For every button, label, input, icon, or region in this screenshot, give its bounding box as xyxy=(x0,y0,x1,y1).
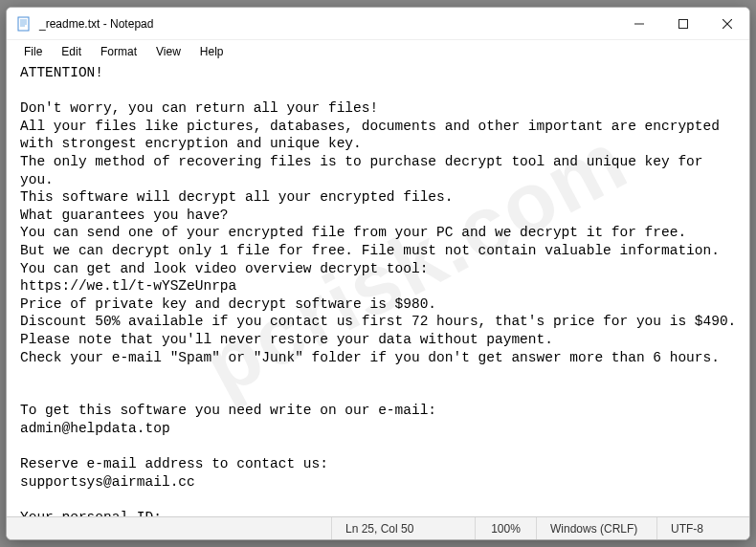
menu-view[interactable]: View xyxy=(146,43,190,60)
menu-file[interactable]: File xyxy=(14,43,52,60)
close-button[interactable] xyxy=(705,8,749,39)
maximize-icon xyxy=(678,19,688,29)
minimize-icon xyxy=(634,19,644,29)
menu-format[interactable]: Format xyxy=(91,43,146,60)
editor-area[interactable]: ATTENTION! Don't worry, you can return a… xyxy=(7,63,749,516)
minimize-button[interactable] xyxy=(617,8,661,39)
document-text: ATTENTION! Don't worry, you can return a… xyxy=(20,65,736,516)
title-bar[interactable]: _readme.txt - Notepad xyxy=(7,8,749,40)
notepad-window: _readme.txt - Notepad File Edit Format V… xyxy=(6,7,750,540)
notepad-app-icon xyxy=(16,16,32,32)
maximize-button[interactable] xyxy=(661,8,705,39)
status-encoding: UTF-8 xyxy=(657,517,749,539)
text-content[interactable]: ATTENTION! Don't worry, you can return a… xyxy=(7,63,749,516)
window-controls xyxy=(617,8,749,39)
close-icon xyxy=(723,19,732,29)
svg-rect-6 xyxy=(679,19,688,28)
status-line-ending: Windows (CRLF) xyxy=(537,517,657,539)
status-zoom: 100% xyxy=(476,517,537,539)
menu-help[interactable]: Help xyxy=(190,43,233,60)
status-bar: Ln 25, Col 50 100% Windows (CRLF) UTF-8 xyxy=(7,516,749,539)
status-spacer xyxy=(7,517,332,539)
status-position: Ln 25, Col 50 xyxy=(332,517,476,539)
window-title: _readme.txt - Notepad xyxy=(39,17,617,31)
menu-bar: File Edit Format View Help xyxy=(7,40,749,63)
menu-edit[interactable]: Edit xyxy=(52,43,91,60)
